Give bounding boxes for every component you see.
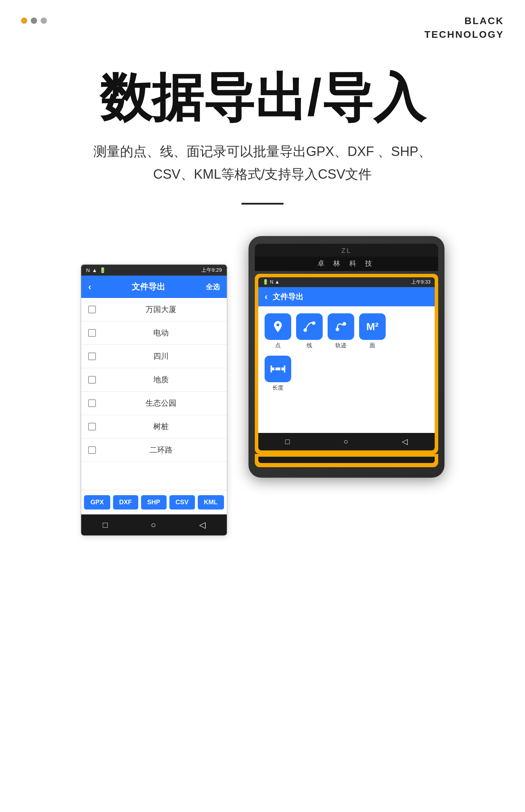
track-icon: [333, 319, 349, 334]
btn-csv[interactable]: CSV: [169, 495, 195, 510]
icon-label-point: 点: [275, 342, 281, 349]
checkbox-4[interactable]: [88, 376, 96, 384]
icon-item-point: 点: [265, 313, 291, 349]
icon-box-area[interactable]: M²: [359, 313, 386, 340]
screen-wifi-icon: ▲: [275, 279, 280, 285]
device-top-strip: ZL: [255, 244, 438, 257]
item-label-5: 生态公园: [102, 398, 220, 408]
header: BLACK TECHNOLOGY: [0, 0, 525, 48]
device-nav-back[interactable]: ◁: [402, 437, 408, 446]
device-large: ZL 卓 林 科 技 🔋 N ▲ 上午9: [248, 236, 444, 478]
checkbox-5[interactable]: [88, 399, 96, 407]
device-brand-text: 卓 林 科 技: [317, 259, 376, 267]
list-item: 地质: [81, 368, 227, 392]
screen-spacer: [265, 398, 428, 426]
divider: [241, 203, 284, 205]
icon-box-point[interactable]: [265, 313, 291, 340]
icon-box-track[interactable]: [328, 313, 354, 340]
list-item: 树桩: [81, 415, 227, 439]
brand-line2: TECHNOLOGY: [424, 28, 504, 41]
checkbox-2[interactable]: [88, 329, 96, 337]
checkbox-6[interactable]: [88, 423, 96, 430]
screen-content: 点: [258, 306, 435, 433]
item-label-4: 地质: [102, 375, 220, 385]
device-bottom-strip: [258, 457, 435, 463]
svg-rect-6: [284, 365, 285, 372]
icon-label-length: 长度: [272, 384, 284, 392]
svg-rect-7: [274, 366, 275, 372]
nav-square-icon[interactable]: □: [103, 520, 108, 530]
list-item: 生态公园: [81, 392, 227, 415]
icon-box-length[interactable]: [265, 356, 291, 382]
list-spacer: [81, 462, 227, 490]
phone-format-buttons: GPX DXF SHP CSV KML: [81, 490, 227, 514]
nav-circle-icon[interactable]: ○: [151, 520, 156, 530]
item-label-6: 树桩: [102, 421, 220, 432]
hero-title: 数据导出/导入: [21, 69, 504, 126]
phone-allselect-button[interactable]: 全选: [206, 282, 220, 292]
list-item: 电动: [81, 321, 227, 345]
device-nav-square[interactable]: □: [285, 437, 290, 446]
device-body: ZL 卓 林 科 技 🔋 N ▲ 上午9: [248, 236, 444, 478]
svg-rect-8: [280, 366, 281, 372]
checkbox-7[interactable]: [88, 446, 96, 454]
wifi-icon: ▲: [92, 267, 97, 273]
icon-label-line: 线: [307, 342, 312, 349]
phone-list: 万国大厦 电动 四川 地质 生态公园: [81, 298, 227, 490]
icon-label-track: 轨迹: [335, 342, 346, 349]
list-item: 万国大厦: [81, 298, 227, 321]
subtitle-line1: 测量的点、线、面记录可以批量导出GPX、DXF 、SHP、: [21, 140, 504, 163]
length-icon: [270, 363, 286, 375]
item-label-7: 二环路: [102, 445, 220, 455]
screen-title: 文件导出: [273, 292, 303, 302]
icon-box-line[interactable]: [296, 313, 323, 340]
line-icon: [302, 319, 317, 334]
screen-back-button[interactable]: ‹: [265, 291, 268, 302]
device-zl-label: ZL: [341, 247, 351, 254]
signal-icon: N: [86, 267, 90, 273]
devices-section: N ▲ 🔋 上午9:29 ‹ 文件导出 全选 万国大厦 电动: [0, 236, 525, 564]
btn-gpx[interactable]: GPX: [84, 495, 110, 510]
btn-dxf[interactable]: DXF: [113, 495, 138, 510]
phone-title: 文件导出: [132, 281, 165, 292]
phone-status-bar: N ▲ 🔋 上午9:29: [81, 265, 227, 276]
device-bottom-nav: □ ○ ◁: [258, 433, 435, 450]
battery-icon: 🔋: [99, 267, 106, 273]
device-nav-circle[interactable]: ○: [344, 437, 348, 446]
list-item: 四川: [81, 345, 227, 368]
phone-small: N ▲ 🔋 上午9:29 ‹ 文件导出 全选 万国大厦 电动: [80, 264, 227, 536]
icon-item-line: 线: [296, 313, 323, 349]
svg-rect-4: [271, 368, 285, 370]
hero-section: 数据导出/导入 测量的点、线、面记录可以批量导出GPX、DXF 、SHP、 CS…: [0, 48, 525, 236]
hero-subtitle: 测量的点、线、面记录可以批量导出GPX、DXF 、SHP、 CSV、KML等格式…: [21, 140, 504, 185]
checkbox-3[interactable]: [88, 352, 96, 360]
btn-shp[interactable]: SHP: [141, 495, 167, 510]
dot-1: [21, 17, 27, 24]
icon-label-area: 面: [370, 342, 375, 349]
phone-back-button[interactable]: ‹: [88, 282, 91, 292]
nav-triangle-icon[interactable]: ◁: [199, 520, 205, 530]
phone-time: 上午9:29: [201, 267, 222, 273]
icon-item-track: 轨迹: [328, 313, 354, 349]
icon-grid-row2: 长度: [265, 356, 428, 392]
device-yellow-frame: 🔋 N ▲ 上午9:33 ‹ 文件导出: [255, 274, 438, 454]
item-label-1: 万国大厦: [102, 304, 220, 315]
point-icon: [271, 320, 285, 334]
screen-title-bar: ‹ 文件导出: [258, 287, 435, 306]
btn-kml[interactable]: KML: [198, 495, 224, 510]
checkbox-1[interactable]: [88, 306, 96, 313]
icon-item-area: M² 面: [359, 313, 386, 349]
icon-grid: 点: [265, 313, 428, 349]
brand-text: BLACK TECHNOLOGY: [424, 14, 504, 41]
device-brand-row: 卓 林 科 技: [255, 257, 438, 271]
list-item: 二环路: [81, 439, 227, 462]
item-label-3: 四川: [102, 351, 220, 362]
dot-3: [41, 17, 47, 24]
dot-2: [31, 17, 37, 24]
screen-time: 上午9:33: [411, 279, 430, 285]
item-label-2: 电动: [102, 328, 220, 338]
phone-titlebar: ‹ 文件导出 全选: [81, 276, 227, 298]
area-text-icon: M²: [366, 321, 379, 333]
screen-status-left: 🔋 N ▲: [262, 279, 280, 285]
phone-nav-bar: □ ○ ◁: [81, 514, 227, 535]
